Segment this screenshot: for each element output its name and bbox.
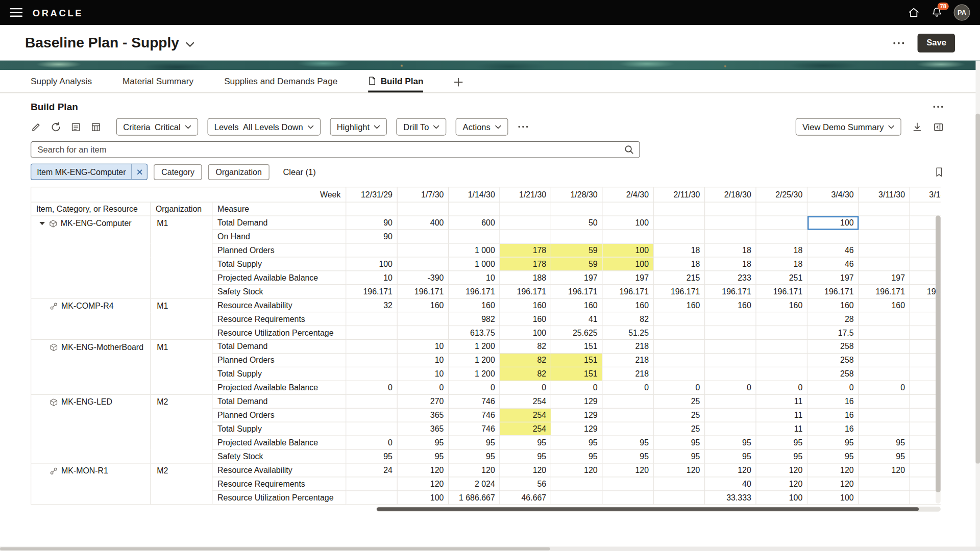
grid-cell[interactable] bbox=[500, 230, 551, 243]
grid-cell[interactable]: 120 bbox=[807, 463, 858, 477]
grid-cell[interactable] bbox=[705, 394, 756, 408]
grid-cell[interactable]: 100 bbox=[756, 491, 807, 505]
grid-cell[interactable]: 196.171 bbox=[705, 285, 756, 298]
grid-cell[interactable] bbox=[859, 394, 910, 408]
grid-cell[interactable] bbox=[500, 216, 551, 230]
grid-cell[interactable]: 100 bbox=[602, 257, 653, 271]
grid-cell[interactable] bbox=[602, 230, 653, 243]
grid-cell[interactable] bbox=[346, 243, 397, 257]
grid-cell[interactable] bbox=[756, 312, 807, 326]
grid-cell[interactable]: 197 bbox=[602, 271, 653, 285]
grid-cell[interactable]: 18 bbox=[653, 257, 704, 271]
grid-cell[interactable]: 11 bbox=[756, 394, 807, 408]
view-dropdown[interactable]: View Demo Summary bbox=[795, 118, 901, 135]
grid-cell[interactable]: 1 000 bbox=[449, 243, 500, 257]
grid-cell[interactable]: 24 bbox=[346, 463, 397, 477]
grid-cell[interactable] bbox=[859, 216, 910, 230]
grid-cell[interactable]: 0 bbox=[602, 381, 653, 394]
grid-cell[interactable]: 59 bbox=[551, 257, 602, 271]
grid-cell[interactable]: 82 bbox=[500, 353, 551, 367]
grid-cell[interactable]: 982 bbox=[449, 312, 500, 326]
grid-cell[interactable]: 196.171 bbox=[449, 285, 500, 298]
item-cell[interactable]: MK-ENG-Computer bbox=[31, 216, 151, 298]
grid-cell[interactable]: 746 bbox=[449, 422, 500, 436]
grid-cell[interactable] bbox=[397, 243, 448, 257]
grid-cell[interactable]: 10 bbox=[449, 271, 500, 285]
download-icon[interactable] bbox=[912, 121, 923, 132]
grid-cell[interactable] bbox=[346, 312, 397, 326]
grid-cell[interactable]: 10 bbox=[397, 367, 448, 381]
grid-cell[interactable]: 196.171 bbox=[756, 285, 807, 298]
grid-cell[interactable] bbox=[705, 408, 756, 422]
grid-cell[interactable]: 120 bbox=[602, 463, 653, 477]
grid-cell[interactable] bbox=[449, 230, 500, 243]
grid-cell[interactable]: 215 bbox=[653, 271, 704, 285]
grid-cell[interactable]: 95 bbox=[500, 449, 551, 463]
grid-cell[interactable] bbox=[602, 491, 653, 505]
grid-cell[interactable]: 197 bbox=[859, 271, 910, 285]
grid-cell[interactable] bbox=[705, 216, 756, 230]
grid-cell[interactable]: 160 bbox=[397, 298, 448, 312]
refresh-icon[interactable] bbox=[51, 121, 61, 132]
grid-cell[interactable]: 82 bbox=[500, 367, 551, 381]
grid-cell[interactable]: 17.5 bbox=[807, 326, 858, 340]
grid-cell[interactable] bbox=[653, 326, 704, 340]
tab-supply-analysis[interactable]: Supply Analysis bbox=[31, 70, 92, 92]
grid-cell[interactable] bbox=[346, 491, 397, 505]
week-header[interactable]: 2/25/30 bbox=[756, 187, 807, 202]
grid-cell[interactable] bbox=[705, 312, 756, 326]
grid-cell[interactable] bbox=[397, 312, 448, 326]
week-header[interactable]: 1/28/30 bbox=[551, 187, 602, 202]
remove-filter-icon[interactable] bbox=[132, 164, 148, 179]
grid-cell[interactable]: 10 bbox=[397, 353, 448, 367]
grid-cell[interactable] bbox=[551, 491, 602, 505]
grid-cell[interactable]: 233 bbox=[705, 271, 756, 285]
grid-cell[interactable]: 196.171 bbox=[551, 285, 602, 298]
grid-cell[interactable]: 100 bbox=[807, 216, 858, 230]
grid-cell[interactable] bbox=[346, 326, 397, 340]
week-header[interactable]: 1/21/30 bbox=[500, 187, 551, 202]
grid-cell[interactable] bbox=[653, 230, 704, 243]
grid-cell[interactable]: 218 bbox=[602, 340, 653, 354]
grid-cell[interactable]: 95 bbox=[756, 449, 807, 463]
grid-cell[interactable] bbox=[859, 408, 910, 422]
grid-cell[interactable] bbox=[346, 394, 397, 408]
grid-cell[interactable] bbox=[397, 257, 448, 271]
grid-cell[interactable]: 16 bbox=[807, 422, 858, 436]
grid-cell[interactable]: 25 bbox=[653, 394, 704, 408]
grid-cell[interactable]: 746 bbox=[449, 408, 500, 422]
page-vertical-scrollbar[interactable] bbox=[975, 61, 980, 551]
grid-cell[interactable]: 100 bbox=[500, 326, 551, 340]
grid-cell[interactable]: 16 bbox=[807, 394, 858, 408]
grid-cell[interactable]: 95 bbox=[653, 436, 704, 449]
week-header[interactable]: 2/4/30 bbox=[602, 187, 653, 202]
grid-cell[interactable]: 160 bbox=[807, 298, 858, 312]
grid-cell[interactable]: 95 bbox=[807, 436, 858, 449]
grid-cell[interactable]: 120 bbox=[859, 463, 910, 477]
item-cell[interactable]: MK-COMP-R4 bbox=[31, 298, 151, 340]
grid-cell[interactable] bbox=[653, 477, 704, 491]
grid-cell[interactable]: -390 bbox=[397, 271, 448, 285]
grid-cell[interactable]: 151 bbox=[551, 353, 602, 367]
grid-cell[interactable] bbox=[705, 367, 756, 381]
grid-cell[interactable] bbox=[346, 340, 397, 354]
save-button[interactable]: Save bbox=[918, 34, 955, 53]
grid-cell[interactable]: 0 bbox=[346, 436, 397, 449]
avatar[interactable]: PA bbox=[954, 5, 970, 21]
grid-cell[interactable]: 254 bbox=[500, 422, 551, 436]
grid-cell[interactable] bbox=[653, 216, 704, 230]
grid-cell[interactable]: 16 bbox=[807, 408, 858, 422]
grid-cell[interactable]: 0 bbox=[551, 381, 602, 394]
grid-cell[interactable]: 25 bbox=[653, 408, 704, 422]
grid-cell[interactable] bbox=[397, 326, 448, 340]
grid-cell[interactable]: 56 bbox=[500, 477, 551, 491]
grid-cell[interactable]: 100 bbox=[346, 257, 397, 271]
grid-cell[interactable]: 196.171 bbox=[807, 285, 858, 298]
item-cell[interactable]: MK-ENG-LED bbox=[31, 394, 151, 463]
category-filter-button[interactable]: Category bbox=[154, 164, 202, 180]
grid-cell[interactable]: 196.171 bbox=[397, 285, 448, 298]
grid-cell[interactable]: 197 bbox=[551, 271, 602, 285]
tab-build-plan[interactable]: Build Plan bbox=[368, 70, 423, 92]
grid-cell[interactable]: 100 bbox=[602, 243, 653, 257]
grid-cell[interactable] bbox=[346, 477, 397, 491]
